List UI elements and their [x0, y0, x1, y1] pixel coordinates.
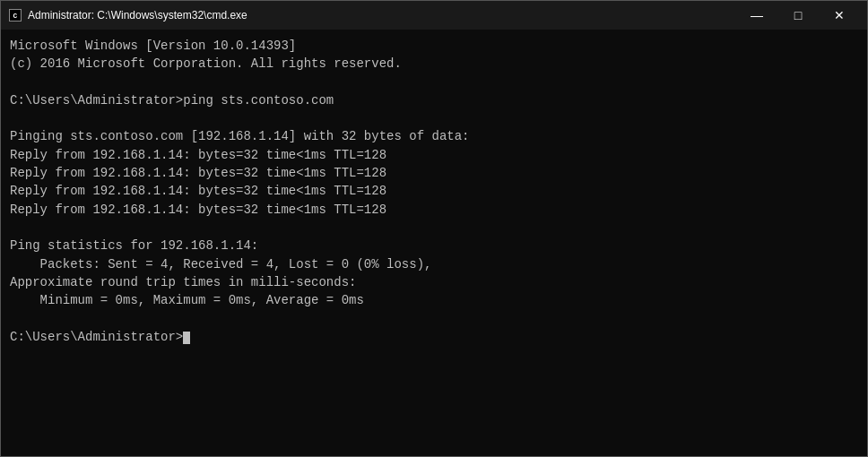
window-title: Administrator: C:\Windows\system32\cmd.e…	[28, 9, 247, 22]
console-body[interactable]: Microsoft Windows [Version 10.0.14393] (…	[1, 30, 867, 456]
title-bar-left: C Administrator: C:\Windows\system32\cmd…	[8, 8, 247, 22]
cursor	[183, 332, 190, 344]
minimize-button[interactable]: —	[736, 1, 777, 30]
cmd-icon: C	[8, 8, 22, 22]
console-output: Microsoft Windows [Version 10.0.14393] (…	[10, 37, 858, 346]
cmd-window: C Administrator: C:\Windows\system32\cmd…	[0, 0, 868, 457]
close-button[interactable]: ✕	[819, 1, 860, 30]
title-bar: C Administrator: C:\Windows\system32\cmd…	[1, 1, 867, 30]
maximize-button[interactable]: □	[777, 1, 819, 30]
window-controls: — □ ✕	[736, 1, 860, 30]
